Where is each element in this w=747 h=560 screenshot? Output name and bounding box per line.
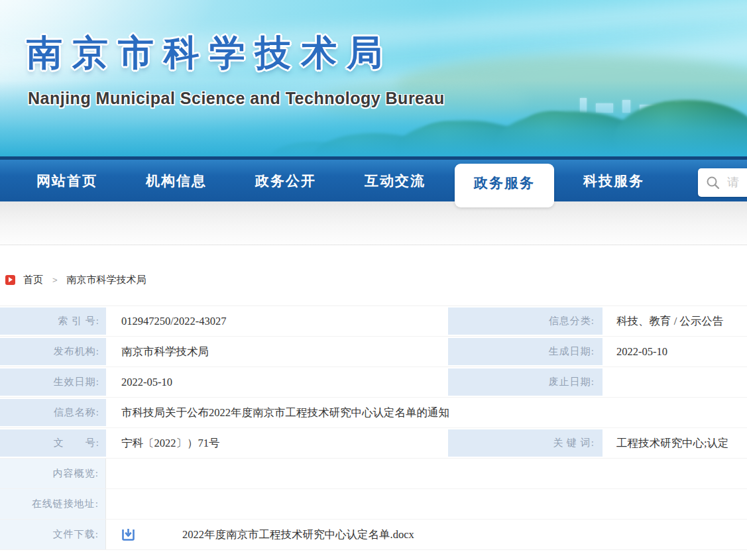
row-value: [107, 489, 747, 519]
row-label: 在线链接地址:: [0, 489, 106, 519]
breadcrumb-home-link[interactable]: 首页: [23, 274, 43, 286]
row-value: [604, 367, 747, 397]
row-label: 文 号:: [0, 429, 106, 457]
nav-item-gov-services[interactable]: 政务服务: [455, 164, 554, 207]
table-row-online-link: 在线链接地址:: [0, 489, 747, 520]
nav-item-org-info[interactable]: 机构信息: [127, 160, 226, 201]
search-input[interactable]: [727, 176, 747, 190]
page: { "banner": { "title_cn": "南京市科学技术局", "t…: [0, 0, 747, 560]
search-icon[interactable]: [706, 176, 720, 190]
table-row-doc-number: 文 号: 宁科〔2022〕）71号 关 键 词: 工程技术研究中心;认定: [0, 428, 747, 459]
row-label: 发布机构:: [0, 338, 106, 365]
subnav-strip: [0, 201, 747, 245]
breadcrumb-current: 南京市科学技术局: [67, 274, 146, 286]
row-value: 南京市科学技术局: [108, 337, 446, 366]
table-row-file-download: 文件下载: 2022年度南京市工程技术研究中心认定名单.docx: [0, 520, 747, 550]
breadcrumb: 首页 > 南京市科学技术局: [5, 274, 747, 286]
row-value: 科技、教育 / 公示公告: [604, 306, 747, 336]
row-label: 废止日期:: [448, 368, 603, 396]
nav-item-home[interactable]: 网站首页: [17, 160, 117, 201]
breadcrumb-play-icon: [5, 275, 15, 285]
row-value: [107, 459, 747, 488]
site-title-chinese: 南京市科学技术局: [27, 29, 392, 78]
row-label: 生成日期:: [448, 338, 603, 365]
row-value: 市科技局关于公布2022年度南京市工程技术研究中心认定名单的通知: [108, 398, 747, 427]
row-value: 工程技术研究中心;认定: [604, 428, 747, 458]
row-value: 2022年度南京市工程技术研究中心认定名单.docx: [107, 520, 747, 549]
site-title-english: Nanjing Municipal Science and Technology…: [28, 89, 445, 108]
table-row-effective-date: 生效日期: 2022-05-10 废止日期:: [0, 367, 747, 398]
row-label: 信息名称:: [0, 399, 106, 426]
main-nav: 网站首页 机构信息 政务公开 互动交流 政务服务 科技服务: [0, 156, 747, 201]
info-table: 索 引 号: 012947250/2022-43027 信息分类: 科技、教育 …: [0, 306, 747, 550]
row-value: 宁科〔2022〕）71号: [108, 428, 446, 458]
nav-items: 网站首页 机构信息 政务公开 互动交流 政务服务 科技服务: [0, 160, 747, 201]
table-row-index-number: 索 引 号: 012947250/2022-43027 信息分类: 科技、教育 …: [0, 306, 747, 337]
header-banner: 南京市科学技术局 Nanjing Municipal Science and T…: [0, 0, 747, 156]
page-content: 首页 > 南京市科学技术局 索 引 号: 012947250/2022-4302…: [0, 245, 747, 550]
row-value: 012947250/2022-43027: [108, 306, 446, 336]
breadcrumb-separator: >: [52, 275, 58, 285]
row-value: 2022-05-10: [108, 367, 446, 397]
table-row-info-title: 信息名称: 市科技局关于公布2022年度南京市工程技术研究中心认定名单的通知: [0, 398, 747, 428]
nav-item-interaction[interactable]: 互动交流: [345, 160, 445, 201]
table-row-content-overview: 内容概览:: [0, 459, 747, 489]
row-label: 信息分类:: [448, 308, 603, 335]
row-label: 内容概览:: [0, 459, 106, 488]
nav-item-gov-open[interactable]: 政务公开: [236, 160, 335, 201]
row-label: 文件下载:: [0, 520, 106, 549]
row-label: 索 引 号:: [0, 308, 106, 335]
download-icon[interactable]: [121, 527, 136, 542]
search-box[interactable]: [698, 168, 747, 197]
table-row-issuing-agency: 发布机构: 南京市科学技术局 生成日期: 2022-05-10: [0, 337, 747, 367]
file-download-link[interactable]: 2022年度南京市工程技术研究中心认定名单.docx: [182, 528, 414, 542]
nav-item-tech-services[interactable]: 科技服务: [564, 160, 663, 201]
row-label: 生效日期:: [0, 368, 106, 396]
row-value: 2022-05-10: [604, 337, 747, 366]
row-label: 关 键 词:: [448, 429, 603, 457]
